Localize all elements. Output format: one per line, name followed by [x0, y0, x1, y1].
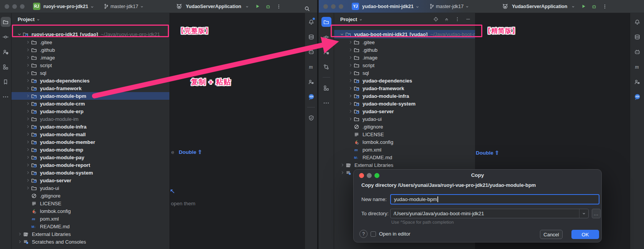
branch-widget[interactable]: master-jdk17	[102, 2, 146, 11]
chevron-right-icon[interactable]	[25, 117, 31, 121]
tree-item-pom.xml[interactable]: mpom.xml	[12, 215, 169, 223]
tree-item-.gitee[interactable]: .gitee	[334, 38, 475, 46]
tree-item-External Libraries[interactable]: External Libraries	[334, 161, 475, 169]
maximize-button[interactable]	[20, 4, 25, 9]
code-with-me-icon[interactable]	[632, 77, 642, 87]
database-icon[interactable]	[632, 32, 642, 42]
commit-icon[interactable]	[321, 32, 331, 42]
run-configuration[interactable]: YudaoServerApplication	[186, 4, 241, 9]
close-button[interactable]	[323, 4, 328, 9]
tree-item-yudao-module-member[interactable]: yudao-module-member	[12, 138, 169, 146]
chevron-right-icon[interactable]	[25, 71, 31, 75]
maven-icon[interactable]: m	[632, 62, 642, 72]
run-play-icon[interactable]	[579, 2, 588, 11]
kebab-menu-icon[interactable]	[601, 2, 609, 11]
tree-item-README.md[interactable]: M↓README.md	[12, 223, 169, 230]
project-folder-icon[interactable]	[321, 17, 331, 27]
more-icon[interactable]	[1, 92, 11, 102]
tree-item-lombok.config[interactable]: lombok.config	[334, 138, 475, 146]
tree-item-External Libraries[interactable]: External Libraries	[12, 230, 169, 238]
code-with-me-icon[interactable]	[306, 77, 316, 87]
chevron-right-icon[interactable]	[347, 71, 354, 75]
chevron-right-icon[interactable]	[347, 109, 354, 114]
chevron-right-icon[interactable]	[25, 147, 31, 152]
tree-item-yudao-module-im[interactable]: yudao-module-im	[12, 115, 169, 123]
docker-icon[interactable]	[306, 47, 316, 57]
commit-icon[interactable]	[1, 32, 11, 42]
run-play-icon[interactable]	[253, 2, 262, 11]
browse-button[interactable]: ...	[592, 209, 601, 218]
debug-bug-icon[interactable]	[590, 2, 598, 11]
chevron-right-icon[interactable]	[347, 78, 354, 83]
close-button[interactable]	[5, 4, 9, 9]
tree-item-yudao-module-system[interactable]: yudao-module-system	[12, 169, 169, 176]
panel-title[interactable]: Project	[18, 16, 35, 22]
bookmark-icon[interactable]	[1, 77, 11, 87]
tree-item-.gitignore[interactable]: .gitignore	[334, 123, 475, 130]
branches-icon[interactable]	[321, 62, 331, 72]
project-switcher[interactable]: yudao-boot-mini-jdk21	[362, 4, 414, 9]
tree-item-yudao-dependencies[interactable]: yudao-dependencies	[334, 77, 475, 84]
minimize-button[interactable]	[331, 4, 336, 9]
chevron-right-icon[interactable]	[347, 86, 354, 91]
chevron-down-icon[interactable]	[339, 32, 345, 37]
chevron-right-icon[interactable]	[347, 101, 354, 106]
kebab-menu-icon[interactable]	[454, 15, 461, 23]
chevron-down-icon[interactable]	[16, 32, 23, 37]
chevron-right-icon[interactable]	[17, 232, 23, 236]
tree-item-yudao-module-mall[interactable]: yudao-module-mall	[12, 130, 169, 138]
tree-item-Scratches and Consoles[interactable]: Scratches and Consoles	[12, 238, 169, 246]
tree-item-yudao-module-system[interactable]: yudao-module-system	[334, 100, 475, 107]
chevron-right-icon[interactable]	[25, 55, 31, 60]
tree-item-yudao-module-report[interactable]: yudao-module-report	[12, 161, 169, 169]
tree-item-yudao-server[interactable]: yudao-server	[334, 107, 475, 115]
chevron-right-icon[interactable]	[25, 178, 31, 183]
tree-item-yudao-framework[interactable]: yudao-framework	[334, 84, 475, 92]
chevron-right-icon[interactable]	[25, 86, 31, 91]
database-icon[interactable]	[306, 32, 316, 42]
chevron-right-icon[interactable]	[25, 170, 31, 175]
notifications-icon[interactable]	[306, 17, 316, 27]
hide-icon[interactable]	[464, 15, 472, 23]
more-icon[interactable]	[321, 98, 331, 108]
minimize-button[interactable]	[12, 4, 17, 9]
chevron-right-icon[interactable]	[25, 40, 31, 45]
run-configuration[interactable]: YudaoServerApplication	[512, 4, 567, 9]
tree-item-yudao-server[interactable]: yudao-server	[12, 176, 169, 184]
chevron-right-icon[interactable]	[25, 109, 31, 114]
tree-item-yudao-ui[interactable]: yudao-ui	[12, 184, 169, 192]
locate-icon[interactable]	[432, 15, 440, 23]
tree-item-pom.xml[interactable]: mpom.xml	[334, 146, 475, 153]
chevron-right-icon[interactable]	[25, 186, 31, 190]
tree-item-yudao-framework[interactable]: yudao-framework	[12, 84, 169, 92]
kebab-menu-icon[interactable]	[275, 2, 283, 11]
chevron-right-icon[interactable]	[25, 101, 31, 106]
chevron-right-icon[interactable]	[347, 55, 354, 60]
new-name-input[interactable]: yudao-module-bpm	[390, 194, 599, 204]
chevron-right-icon[interactable]	[17, 239, 23, 244]
maven-icon[interactable]: m	[306, 62, 316, 72]
chevron-right-icon[interactable]	[25, 140, 31, 144]
shield-icon[interactable]	[306, 113, 316, 123]
tree-item-script[interactable]: script	[334, 61, 475, 69]
tree-item-.image[interactable]: .image	[334, 54, 475, 61]
chevron-right-icon[interactable]	[339, 170, 346, 175]
chevron-right-icon[interactable]	[25, 132, 31, 137]
cancel-button[interactable]: Cancel	[540, 230, 563, 239]
chevron-right-icon[interactable]	[25, 94, 31, 98]
tree-item-script[interactable]: script	[12, 61, 169, 69]
tree-item-lombok.config[interactable]: lombok.config	[12, 207, 169, 215]
maximize-button[interactable]	[339, 4, 343, 9]
open-in-editor-checkbox[interactable]	[371, 231, 376, 237]
chevron-right-icon[interactable]	[339, 163, 346, 167]
chevron-right-icon[interactable]	[25, 163, 31, 167]
chevron-right-icon[interactable]	[347, 94, 354, 98]
chevron-right-icon[interactable]	[25, 48, 31, 52]
structure-icon[interactable]	[321, 83, 331, 93]
help-user-icon[interactable]: ?	[321, 47, 331, 57]
tree-root-ruoyi-vue-pro-jdk21[interactable]: ruoyi-vue-pro-jdk21 [yudao] ~/Java/ruoyi…	[12, 30, 169, 38]
panel-title[interactable]: Project	[340, 16, 357, 22]
chevron-down-icon[interactable]	[579, 209, 588, 218]
project-folder-icon[interactable]	[1, 17, 11, 27]
tree-item-sql[interactable]: sql	[12, 69, 169, 77]
